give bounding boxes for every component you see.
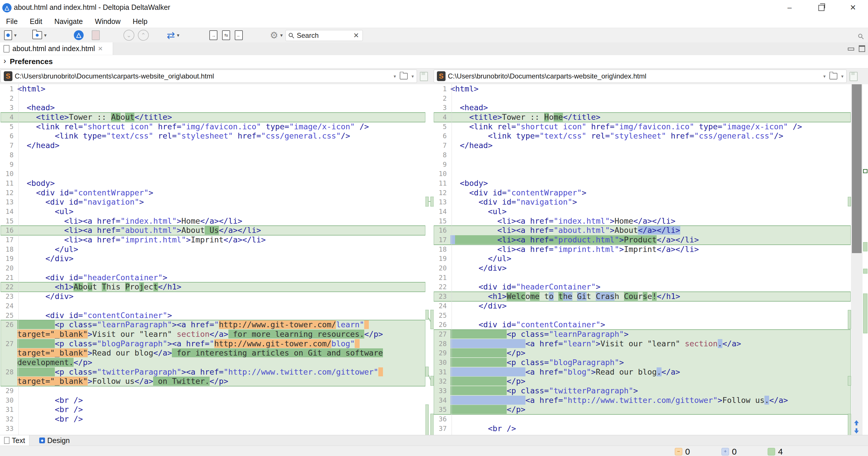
code-line[interactable]: 11 <body> [434, 179, 851, 188]
code-line[interactable]: 2 [1, 94, 425, 103]
code-line[interactable]: 5 <link rel="shortcut icon" href="img/fa… [434, 122, 851, 132]
left-code-pane[interactable]: 1<html>23 <head>4 <title>Tower :: About<… [1, 84, 425, 435]
chevron-down-icon[interactable]: ▾ [841, 74, 843, 79]
change-block[interactable]: 16 <li><a href="about.html">About</a></l… [434, 226, 851, 245]
sync-scroll-arrows[interactable] [852, 420, 861, 435]
menu-item-file[interactable]: File [0, 15, 24, 28]
quick-search-button[interactable] [858, 31, 864, 42]
tab-close-icon[interactable]: ✕ [98, 45, 103, 52]
tab-comparison[interactable]: about.html and index.html ✕ [0, 42, 113, 55]
code-line[interactable]: 37 <br /> [434, 424, 851, 433]
code-line[interactable]: 20 [1, 263, 425, 273]
tab-text-view[interactable]: Text [0, 435, 29, 446]
code-line[interactable]: 11 <body> [1, 179, 425, 188]
menu-item-window[interactable]: Window [89, 15, 127, 28]
merge-left-button[interactable]: ← [235, 30, 243, 41]
code-line[interactable]: 33 [1, 424, 425, 433]
code-line[interactable]: 26 <div id="contentContainer"> [434, 320, 851, 330]
code-line[interactable]: 3 <head> [1, 103, 425, 113]
code-line[interactable]: 19 </div> [1, 254, 425, 263]
overview-marker[interactable] [863, 269, 867, 274]
code-line[interactable]: 1<html> [1, 84, 425, 94]
clear-search-icon[interactable]: ✕ [352, 31, 360, 39]
change-block[interactable]: 27 <p class="learnParagraph">28 <a href=… [434, 330, 851, 415]
code-line[interactable]: 1<html> [434, 84, 851, 94]
maximize-view-icon[interactable] [859, 45, 865, 52]
code-line[interactable]: 8 [1, 150, 425, 160]
change-block[interactable]: 23 <h1>Welcome to the Git Crash Course!<… [434, 292, 851, 301]
code-line[interactable]: 21 <div id="headerContainer"> [1, 273, 425, 283]
menu-item-edit[interactable]: Edit [24, 15, 48, 28]
code-line[interactable]: 27 <p class="learnParagraph"> [434, 330, 851, 339]
code-line[interactable]: development.</p> [1, 358, 425, 367]
code-line[interactable]: 22 <div id="headerContainer"> [434, 282, 851, 292]
code-line[interactable]: 8 [434, 150, 851, 160]
menu-item-help[interactable]: Help [127, 15, 153, 28]
code-line[interactable]: 21 [434, 273, 851, 283]
code-line[interactable]: 9 [1, 160, 425, 169]
swap-sides-button[interactable]: ⇄▾ [167, 30, 179, 41]
code-line[interactable]: 28 <a href="learn">Visit our "learn" sec… [434, 339, 851, 349]
code-line[interactable]: 33 <p class="twitterParagraph"> [434, 386, 851, 396]
browse-folder-icon[interactable] [400, 73, 407, 79]
left-file-header[interactable]: S C:\Users\brunobrito\Documents\carparts… [1, 69, 417, 83]
code-line[interactable]: 34 <a href="http://www.twitter.com/gitto… [434, 396, 851, 405]
code-line[interactable]: 19 </ul> [434, 254, 851, 263]
minimize-view-icon[interactable] [848, 48, 854, 51]
code-line[interactable]: 25 [434, 311, 851, 320]
code-line[interactable]: 16 <li><a href="about.html">About Us</a>… [1, 226, 425, 235]
scrollbar-thumb[interactable] [852, 84, 862, 253]
code-line[interactable]: 13 <div id="navigation"> [1, 197, 425, 207]
change-block[interactable]: 26 <p class="learnParagraph"><a href="ht… [1, 320, 425, 386]
code-line[interactable]: 15 <li><a href="index.html">Home</a></li… [1, 217, 425, 226]
code-line[interactable]: 32 </p> [434, 377, 851, 386]
chevron-down-icon[interactable]: ▾ [394, 74, 396, 79]
minimize-button[interactable]: – [780, 2, 799, 13]
code-line[interactable]: 32 <br /> [1, 415, 425, 424]
restore-button[interactable] [812, 2, 831, 13]
search-input[interactable]: Search ✕ [285, 30, 363, 41]
code-line[interactable]: 10 [434, 169, 851, 179]
code-line[interactable]: 23 <h1>Welcome to the Git Crash Course!<… [434, 292, 851, 301]
code-line[interactable]: 2 [434, 94, 851, 103]
tab-design-view[interactable]: ◆ Design [35, 435, 74, 446]
change-block[interactable]: 22 <h1>About This Project</h1> [1, 282, 425, 292]
right-file-header[interactable]: S C:\Users\brunobrito\Documents\carparts… [434, 69, 847, 83]
overview-marker[interactable] [863, 293, 867, 333]
stop-button[interactable] [92, 30, 100, 41]
code-line[interactable]: 17 <li><a href="product.html">Product</a… [434, 235, 851, 245]
change-block[interactable]: 4 <title>Tower :: Home</title> [434, 113, 851, 122]
merge-right-button[interactable]: → [209, 30, 217, 41]
previous-change-button[interactable]: ⌃ [138, 30, 149, 41]
code-line[interactable]: 35 </p> [434, 405, 851, 415]
code-line[interactable]: 18 </ul> [1, 245, 425, 254]
change-marker[interactable] [848, 310, 851, 329]
code-line[interactable]: 13 <div id="navigation"> [434, 197, 851, 207]
change-block[interactable]: 4 <title>Tower :: About</title> [1, 113, 425, 122]
next-change-button[interactable]: ⌄ [123, 30, 134, 41]
code-line[interactable]: 14 <ul> [434, 207, 851, 217]
code-line[interactable]: 10 [1, 169, 425, 179]
new-comparison-button[interactable]: ▾ [4, 30, 17, 41]
code-line[interactable]: 29 </p> [434, 348, 851, 358]
compare-button[interactable]: △ [74, 30, 84, 41]
change-marker[interactable] [848, 197, 851, 206]
right-code-pane[interactable]: 1<html>23 <head>4 <title>Tower :: Home</… [434, 84, 851, 435]
code-line[interactable]: 36 [434, 415, 851, 424]
settings-button[interactable]: ⚙▾ [270, 30, 283, 41]
code-line[interactable]: 25 <div id="contentContainer"> [1, 311, 425, 320]
code-line[interactable]: 30 <br /> [1, 396, 425, 405]
code-line[interactable]: 5 <link rel="shortcut icon" href="img/fa… [1, 122, 425, 132]
code-line[interactable]: 7 </head> [434, 141, 851, 150]
save-right-icon[interactable] [849, 72, 858, 81]
change-block[interactable]: 16 <li><a href="about.html">About Us</a>… [1, 226, 425, 235]
code-line[interactable]: 28 <p class="twitterParagraph"><a href="… [1, 367, 425, 377]
code-line[interactable]: 31 <a href="blog">Read our blog.</a> [434, 367, 851, 377]
chevron-down-icon[interactable]: ▾ [411, 74, 414, 79]
code-line[interactable]: 7 </head> [1, 141, 425, 150]
code-line[interactable]: 24 [1, 301, 425, 311]
code-line[interactable]: 18 <li><a href="imprint.html">Imprint</a… [434, 245, 851, 254]
overview-marker[interactable] [863, 242, 867, 251]
code-line[interactable]: 26 <p class="learnParagraph"><a href="ht… [1, 320, 425, 330]
close-button[interactable]: ✕ [844, 2, 862, 13]
